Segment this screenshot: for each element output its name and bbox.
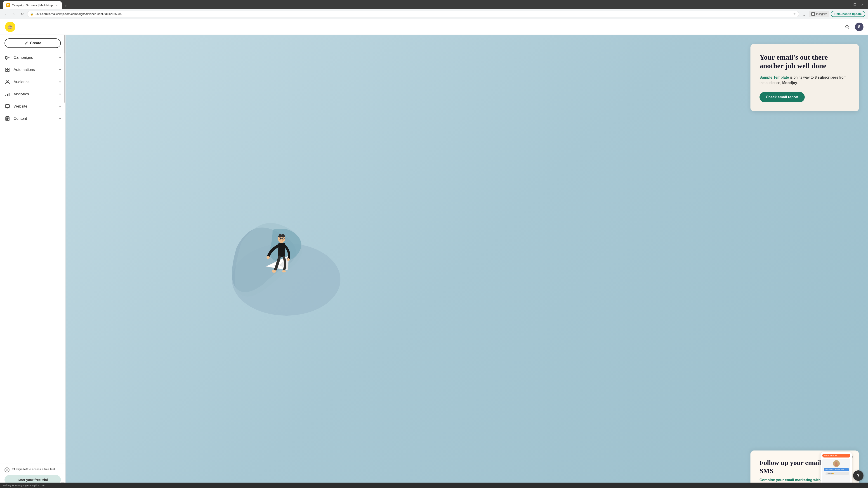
status-bar: Waiting for www.google-analytics.com...: [0, 483, 868, 488]
svg-point-7: [11, 26, 11, 27]
hero-background: Your email's out there—another job well …: [66, 35, 868, 488]
bookmark-icon[interactable]: ☆: [793, 12, 796, 16]
extensions-button[interactable]: ⬚: [801, 11, 807, 17]
svg-rect-13: [6, 68, 7, 70]
svg-point-34: [835, 462, 837, 464]
check-email-report-button[interactable]: Check email report: [760, 92, 805, 102]
forward-button[interactable]: ›: [11, 11, 17, 17]
header-right: S: [843, 23, 864, 31]
website-chevron: ▾: [59, 105, 61, 108]
svg-rect-21: [8, 93, 9, 96]
phone-message-1: Hey! Check out our latest deals...: [824, 468, 849, 471]
new-tab-button[interactable]: +: [63, 3, 69, 9]
mailchimp-logo: [4, 21, 16, 33]
sidebar-item-audience[interactable]: Audience ▾: [0, 76, 65, 88]
app-header: S: [0, 19, 868, 35]
audience-name: Moodjoy: [782, 81, 797, 85]
svg-rect-22: [5, 105, 9, 107]
incognito-icon: [811, 12, 815, 16]
sidebar-item-campaigns[interactable]: Campaigns ▾: [0, 52, 65, 64]
status-text: Waiting for www.google-analytics.com...: [3, 484, 46, 487]
back-button[interactable]: ‹: [3, 11, 9, 17]
svg-point-29: [282, 270, 286, 272]
svg-point-28: [272, 270, 276, 273]
phone-header: +1 424 12 34 56: [822, 454, 850, 457]
svg-rect-16: [8, 70, 9, 72]
sidebar-scrollbar-thumb: [64, 35, 65, 53]
trial-days-text: 89 days left: [12, 467, 28, 471]
campaigns-chevron: ▾: [59, 56, 61, 59]
svg-point-26: [267, 256, 270, 259]
refresh-button[interactable]: ↻: [19, 11, 25, 17]
svg-rect-14: [8, 68, 9, 70]
nav-list: Campaigns ▾ Automations ▾: [0, 52, 65, 125]
sidebar-item-automations[interactable]: Automations ▾: [0, 64, 65, 76]
subscriber-count: 8 subscribers: [815, 75, 838, 79]
address-bar[interactable]: 🔒 us21.admin.mailchimp.com/campaigns/fin…: [27, 11, 799, 18]
browser-toolbar: ‹ › ↻ 🔒 us21.admin.mailchimp.com/campaig…: [0, 9, 868, 19]
logo-icon: [5, 22, 16, 32]
sidebar: Create Campaigns ▾: [0, 19, 66, 488]
help-button[interactable]: ?: [853, 470, 864, 481]
active-tab[interactable]: M Campaign Success | Mailchimp ✕: [3, 1, 62, 9]
website-label: Website: [13, 104, 56, 109]
timer-icon: ⏱: [4, 467, 9, 473]
svg-rect-20: [7, 94, 8, 96]
incognito-label: Incognito: [816, 12, 827, 15]
sidebar-item-analytics[interactable]: Analytics ▾: [0, 88, 65, 100]
relaunch-button[interactable]: Relaunch to update: [831, 11, 865, 17]
app-container: Create Campaigns ▾: [0, 19, 868, 488]
svg-rect-15: [6, 70, 7, 72]
sidebar-item-website[interactable]: Website ▾: [0, 100, 65, 112]
campaigns-icon: [4, 55, 10, 61]
address-text: us21.admin.mailchimp.com/campaigns/finis…: [35, 12, 792, 15]
main-content: Your email's out there—another job well …: [66, 19, 868, 488]
trial-notice: ⏱ 89 days left to access a free trial.: [4, 467, 61, 473]
toolbar-right: ⬚ Incognito Relaunch to update: [801, 11, 865, 17]
tab-title: Campaign Success | Mailchimp: [12, 4, 53, 7]
automations-chevron: ▾: [59, 68, 61, 72]
svg-rect-12: [5, 57, 7, 59]
analytics-chevron: ▾: [59, 92, 61, 96]
template-link[interactable]: Sample Template: [760, 75, 789, 79]
audience-label: Audience: [13, 80, 56, 84]
automations-icon: [4, 67, 10, 73]
trial-desc-text: to access a free trial.: [29, 467, 56, 471]
campaigns-label: Campaigns: [13, 55, 56, 60]
content-icon: [4, 116, 10, 122]
window-controls: — ❐ ✕: [844, 1, 865, 8]
create-button[interactable]: Create: [4, 38, 61, 48]
tab-bar: M Campaign Success | Mailchimp ✕ +: [3, 0, 69, 9]
phone-body: Hey! Check out our latest deals... Thank…: [822, 459, 850, 486]
success-card: Your email's out there—another job well …: [750, 44, 859, 111]
browser-titlebar: M Campaign Success | Mailchimp ✕ + — ❐ ✕: [0, 0, 868, 9]
incognito-badge: Incognito: [809, 11, 829, 17]
surfer-illustration: [66, 35, 507, 488]
user-avatar-button[interactable]: S: [855, 23, 864, 31]
sidebar-item-content[interactable]: Content ▾: [0, 112, 65, 125]
phone-avatar: [833, 460, 840, 467]
close-button[interactable]: ✕: [859, 1, 865, 8]
tab-close-button[interactable]: ✕: [55, 3, 58, 7]
success-heading: Your email's out there—another job well …: [760, 53, 850, 70]
svg-point-18: [8, 80, 9, 82]
content-label: Content: [13, 116, 56, 121]
tab-favicon: M: [6, 3, 10, 7]
audience-chevron: ▾: [59, 80, 61, 84]
svg-point-6: [9, 26, 10, 27]
svg-point-10: [11, 26, 13, 28]
phone-message-2: Thanks! 😊: [826, 472, 849, 475]
svg-point-17: [6, 80, 7, 82]
minimize-button[interactable]: —: [844, 1, 851, 8]
svg-point-9: [8, 26, 9, 28]
lock-icon: 🔒: [30, 12, 33, 15]
content-chevron: ▾: [59, 117, 61, 121]
maximize-button[interactable]: ❐: [852, 1, 858, 8]
website-icon: [4, 103, 10, 109]
automations-label: Automations: [13, 68, 56, 72]
audience-icon: [4, 79, 10, 85]
success-description: Sample Template is on its way to 8 subsc…: [760, 75, 850, 86]
search-button[interactable]: [843, 23, 851, 31]
browser-chrome: M Campaign Success | Mailchimp ✕ + — ❐ ✕…: [0, 0, 868, 19]
analytics-icon: [4, 91, 10, 97]
